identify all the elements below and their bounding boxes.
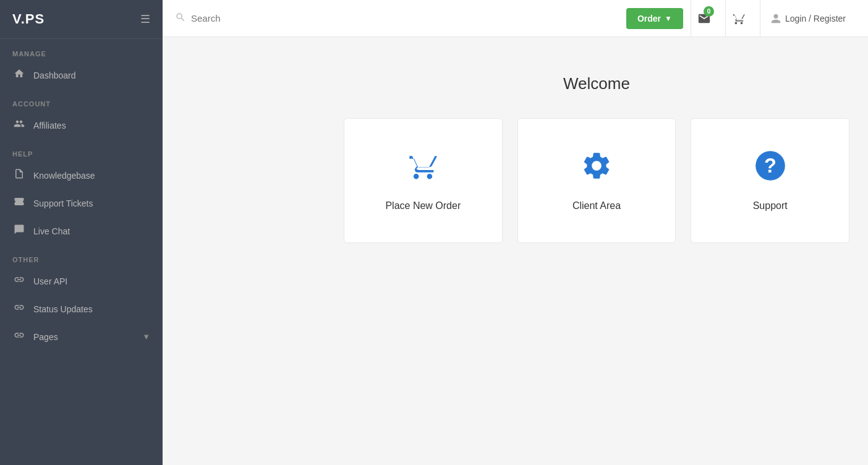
section-label-manage: MANAGE	[0, 39, 163, 61]
sidebar-item-live-chat[interactable]: Live Chat	[0, 217, 163, 245]
card-support-label: Support	[753, 200, 788, 211]
section-label-account: ACCOUNT	[0, 89, 163, 111]
card-client-area[interactable]: Client Area	[517, 118, 676, 243]
order-button-label: Order	[637, 14, 661, 23]
sidebar-item-label: Affiliates	[33, 121, 66, 130]
login-label: Login / Register	[785, 14, 846, 23]
search-container	[175, 12, 619, 25]
chat-icon	[12, 224, 26, 238]
sidebar: V.PS ☰ MANAGE Dashboard ACCOUNT Affiliat…	[0, 0, 163, 465]
sidebar-item-label: Pages	[33, 332, 58, 342]
chevron-down-icon: ▼	[142, 332, 150, 341]
order-button[interactable]: Order ▼	[626, 8, 683, 29]
sidebar-item-status-updates[interactable]: Status Updates	[0, 295, 163, 323]
sidebar-logo: V.PS ☰	[0, 0, 163, 39]
link-status-icon	[12, 302, 26, 316]
sidebar-item-label: Dashboard	[33, 70, 76, 80]
cart-icon	[407, 150, 439, 189]
section-label-help: HELP	[0, 139, 163, 161]
ticket-icon	[12, 196, 26, 210]
card-client-area-label: Client Area	[572, 200, 621, 211]
search-icon	[175, 12, 186, 25]
sidebar-item-label: Support Tickets	[33, 198, 93, 208]
card-place-new-order[interactable]: Place New Order	[344, 118, 503, 243]
svg-text:?: ?	[764, 155, 777, 177]
sidebar-item-label: Knowledgebase	[33, 171, 95, 181]
notifications-button[interactable]: 0	[691, 0, 718, 37]
people-icon	[12, 118, 26, 132]
main-content: Welcome Place New Order Client Area ? Su…	[325, 37, 868, 465]
home-icon	[12, 68, 26, 82]
section-label-other: OTHER	[0, 245, 163, 267]
sidebar-item-label: Live Chat	[33, 226, 70, 236]
sidebar-item-user-api[interactable]: User API	[0, 267, 163, 295]
card-support[interactable]: ? Support	[691, 118, 849, 243]
help-icon: ?	[754, 150, 786, 189]
welcome-title: Welcome	[563, 74, 630, 93]
search-input[interactable]	[191, 13, 619, 23]
topbar: Order ▼ 0 Login / Register	[163, 0, 868, 37]
link-pages-icon	[12, 330, 26, 344]
link-icon	[12, 274, 26, 288]
logo-text: V.PS	[12, 11, 45, 27]
doc-icon	[12, 168, 26, 182]
notification-badge: 0	[704, 6, 714, 17]
hamburger-icon[interactable]: ☰	[140, 12, 150, 26]
sidebar-item-pages[interactable]: Pages ▼	[0, 323, 163, 351]
sidebar-item-label: Status Updates	[33, 304, 93, 314]
sidebar-item-affiliates[interactable]: Affiliates	[0, 111, 163, 139]
cards-container: Place New Order Client Area ? Support	[344, 118, 849, 243]
sidebar-item-dashboard[interactable]: Dashboard	[0, 61, 163, 89]
card-place-new-order-label: Place New Order	[385, 200, 461, 211]
cart-button[interactable]	[725, 0, 752, 37]
sidebar-item-support-tickets[interactable]: Support Tickets	[0, 189, 163, 217]
order-chevron-icon: ▼	[665, 14, 672, 23]
sidebar-item-label: User API	[33, 276, 67, 286]
gear-icon	[581, 150, 613, 189]
sidebar-item-knowledgebase[interactable]: Knowledgebase	[0, 161, 163, 189]
login-button[interactable]: Login / Register	[760, 0, 856, 37]
